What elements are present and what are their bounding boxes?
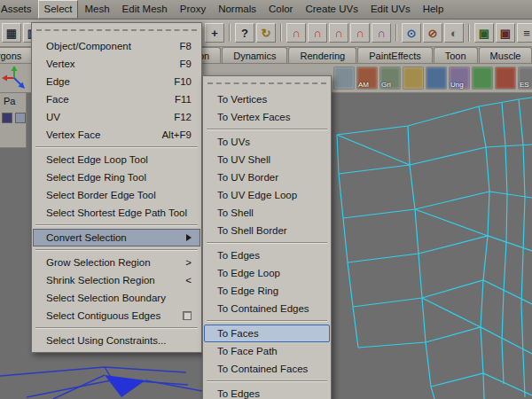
submenu-item-to-uv-edge-loop[interactable]: To UV Edge Loop [204,186,330,204]
submenu-item-to-vertices[interactable]: To Vertices [204,90,330,108]
tearoff-handle[interactable] [207,82,326,85]
panel-toggle-icon-1[interactable] [2,113,12,123]
selected-face-highlight [105,375,145,397]
menu-item-select-shortest-edge-path-tool[interactable]: Select Shortest Edge Path Tool [33,204,200,222]
menu-item-label: To Edge Loop [217,268,321,278]
tab-muscle[interactable]: Muscle [479,47,532,63]
submenu-item-to-uv-shell[interactable]: To UV Shell [204,151,330,168]
tearoff-handle[interactable] [36,29,197,32]
menu-item-shrink-selection-region[interactable]: Shrink Selection Region < [33,271,200,289]
menu-separator [35,249,198,251]
layout-preset-icon[interactable]: ▦ [2,23,21,43]
menu-item-label: Select Edge Ring Tool [46,172,192,183]
menu-select[interactable]: Select [38,0,79,19]
shelf-icon-3[interactable]: Gri [379,66,401,90]
submenu-item-to-shell[interactable]: To Shell [204,204,330,222]
select-menu-panel: Object/Component F8 Vertex F9 Edge F10 F… [31,22,202,353]
help-line-icon[interactable]: ? [235,23,254,43]
menu-item-select-edge-ring-tool[interactable]: Select Edge Ring Tool [33,168,200,186]
menu-help[interactable]: Help [417,0,450,19]
submenu-item-to-edges-2[interactable]: To Edges [204,385,330,399]
shelf-icon-1[interactable] [333,66,355,90]
menu-item-label: Convert Selection [46,232,179,243]
submenu-item-to-contained-edges[interactable]: To Contained Edges [204,300,330,317]
shelf-icon-9[interactable]: ES [518,66,532,90]
menu-item-label: To Shell Border [217,225,321,236]
menu-item-label: To Face Path [217,346,321,356]
shelf-icon-label: ES [520,81,529,89]
shelf-icon-8[interactable] [495,66,516,90]
tab-dynamics[interactable]: Dynamics [222,47,287,63]
shelf-icons: AM Gri Ung ES [333,66,532,90]
shelf-icon-7[interactable] [472,66,493,90]
render-view-icon[interactable]: ▣ [474,23,494,43]
menu-proxy[interactable]: Proxy [174,0,212,19]
menu-item-label: Select Selection Boundary [46,293,192,303]
render-settings-icon[interactable]: ≡ [517,23,532,43]
menu-edit-mesh[interactable]: Edit Mesh [116,0,174,19]
menu-item-label: To UV Edge Loop [217,190,321,200]
panel-menu-label[interactable]: Pa [0,93,26,106]
menu-separator [207,242,327,244]
menu-assets[interactable]: Assets [0,0,38,19]
tab-rendering[interactable]: Rendering [288,47,356,63]
snap-to-grids-icon[interactable]: ∩ [286,23,306,43]
menu-item-face[interactable]: Face F11 [33,90,200,108]
menu-separator [207,380,327,382]
submenu-item-to-edge-ring[interactable]: To Edge Ring [204,282,330,300]
shelf-icon-2[interactable]: AM [356,66,378,90]
tab-toon[interactable]: Toon [434,47,478,63]
tab-polygons[interactable]: Polygons [0,47,33,63]
make-live-icon[interactable]: ∩ [372,23,391,43]
menu-normals[interactable]: Normals [212,0,262,19]
menu-mesh[interactable]: Mesh [78,0,115,19]
menu-item-select-contiguous-edges[interactable]: Select Contiguous Edges [33,307,200,325]
menu-item-select-using-constraints[interactable]: Select Using Constraints... [33,332,200,349]
toolbar-separator [280,24,282,42]
menu-item-convert-selection[interactable]: Convert Selection [33,229,200,246]
toolbar-separator [229,24,231,42]
menu-item-grow-selection-region[interactable]: Grow Selection Region > [33,254,200,271]
snap-to-viewplanes-icon[interactable]: ∩ [350,23,370,43]
construction-history-icon[interactable]: ◐ [444,23,464,43]
output-connections-icon[interactable]: ⊘ [423,23,442,43]
ipr-render-icon[interactable]: ▣ [496,23,515,43]
submenu-item-to-shell-border[interactable]: To Shell Border [204,222,330,239]
menu-item-select-selection-boundary[interactable]: Select Selection Boundary [33,289,200,307]
move-nearest-icon[interactable]: + [205,23,224,43]
snap-to-curves-icon[interactable]: ∩ [308,23,327,43]
menu-item-label: Object/Component [46,41,171,51]
option-box-icon[interactable] [183,311,192,320]
menu-item-object-component[interactable]: Object/Component F8 [33,37,200,55]
snap-to-points-icon[interactable]: ∩ [329,23,348,43]
move-tool-axis-icon[interactable] [2,65,27,94]
tab-painteffects[interactable]: PaintEffects [357,47,433,63]
submenu-item-to-contained-faces[interactable]: To Contained Faces [204,360,330,378]
menu-item-uv[interactable]: UV F12 [33,108,200,126]
menu-item-select-border-edge-tool[interactable]: Select Border Edge Tool [33,186,200,204]
submenu-item-to-face-path[interactable]: To Face Path [204,342,330,360]
panel-toggle-icon-2[interactable] [15,113,26,123]
toolbar-separator [468,24,470,42]
submenu-item-to-uv-border[interactable]: To UV Border [204,168,330,186]
shelf-icon-4[interactable] [403,66,424,90]
shelf-icon-5[interactable] [426,66,447,90]
menu-create-uvs[interactable]: Create UVs [299,0,364,19]
submenu-item-to-uvs[interactable]: To UVs [204,133,330,151]
submenu-item-to-vertex-faces[interactable]: To Vertex Faces [204,108,330,126]
auto-keyframe-icon[interactable]: ↻ [256,23,276,43]
menu-color[interactable]: Color [262,0,299,19]
menu-separator [207,320,327,322]
menu-edit-uvs[interactable]: Edit UVs [364,0,417,19]
menu-item-vertex[interactable]: Vertex F9 [33,55,200,73]
submenu-item-to-edge-loop[interactable]: To Edge Loop [204,264,330,282]
submenu-item-to-edges[interactable]: To Edges [204,246,330,264]
menu-item-shortcut: F10 [174,76,192,87]
menu-item-vertex-face[interactable]: Vertex Face Alt+F9 [33,126,200,144]
menu-item-label: To Shell [217,207,321,218]
submenu-item-to-faces[interactable]: To Faces [204,325,330,342]
menu-item-select-edge-loop-tool[interactable]: Select Edge Loop Tool [33,151,200,168]
menu-item-edge[interactable]: Edge F10 [33,73,200,90]
input-connections-icon[interactable]: ⊙ [402,23,421,43]
shelf-icon-6[interactable]: Ung [449,66,470,90]
